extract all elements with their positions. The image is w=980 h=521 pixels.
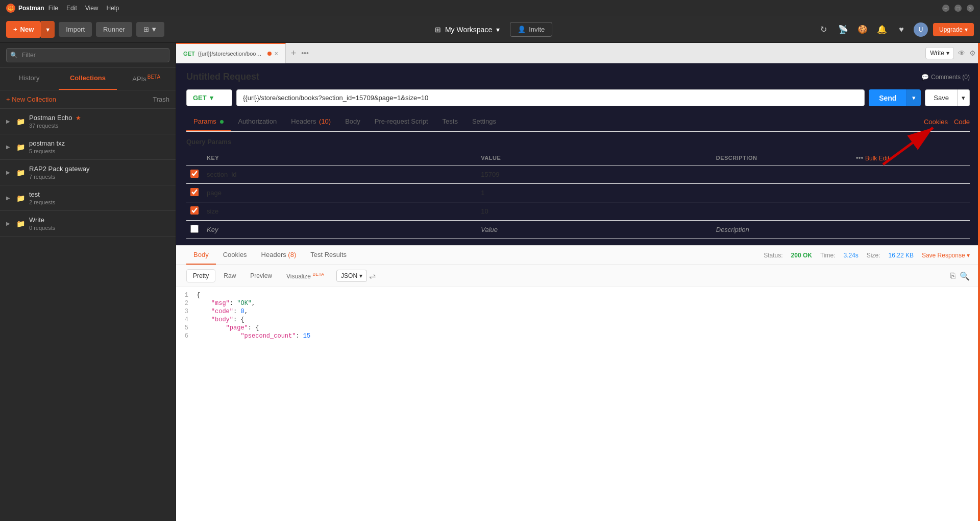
- wrap-button[interactable]: ⇌: [369, 271, 376, 281]
- bell-button[interactable]: 🔔: [875, 22, 889, 37]
- trash-button[interactable]: Trash: [153, 96, 169, 103]
- tab-pre-request[interactable]: Pre-request Script: [368, 112, 435, 131]
- minimize-button[interactable]: −: [942, 5, 949, 12]
- sidebar-actions: + New Collection Trash: [0, 90, 176, 109]
- list-item[interactable]: ▶ 📁 Write 0 requests: [0, 211, 176, 236]
- user-avatar[interactable]: U: [914, 22, 928, 37]
- res-tab-body[interactable]: Body: [186, 246, 216, 265]
- res-tab-cookies[interactable]: Cookies: [216, 246, 254, 265]
- heart-button[interactable]: ♥: [894, 22, 909, 37]
- menu-view[interactable]: View: [85, 5, 99, 12]
- time-value: 3.24s: [844, 252, 859, 259]
- json-format-selector[interactable]: JSON ▾: [336, 270, 367, 282]
- list-item[interactable]: ▶ 📁 Postman Echo ★ 37 requests: [0, 109, 176, 134]
- tab-method: GET: [183, 51, 195, 57]
- tab-close-button[interactable]: ×: [275, 50, 278, 57]
- raw-view-button[interactable]: Raw: [217, 270, 242, 282]
- invite-button[interactable]: 👤 Invite: [510, 22, 552, 37]
- workspace-icon: ⊞: [435, 26, 441, 34]
- search-wrapper: 🔍: [6, 48, 169, 62]
- tab-body[interactable]: Body: [338, 112, 368, 131]
- param-checkbox-1[interactable]: [190, 188, 199, 196]
- new-collection-button[interactable]: + New Collection: [6, 96, 56, 103]
- param-value-3[interactable]: Value: [477, 221, 712, 239]
- preview-view-button[interactable]: Preview: [244, 270, 278, 282]
- tab-apis[interactable]: APIsBETA: [117, 68, 176, 90]
- tab-settings[interactable]: Settings: [465, 112, 503, 131]
- new-dropdown-button[interactable]: ▼: [41, 21, 55, 38]
- workspace-label: My Workspace: [445, 26, 492, 34]
- runner-button[interactable]: Runner: [96, 22, 132, 37]
- close-button[interactable]: ×: [967, 5, 974, 12]
- param-checkbox-0[interactable]: [190, 170, 199, 178]
- tab-params[interactable]: Params: [186, 112, 231, 131]
- more-tabs-button[interactable]: •••: [301, 49, 309, 57]
- search-response-button[interactable]: 🔍: [960, 271, 970, 281]
- layout-button[interactable]: ⊞ ▼: [136, 22, 164, 37]
- upgrade-button[interactable]: Upgrade ▾: [933, 23, 974, 36]
- settings-icon[interactable]: ⚙: [969, 49, 976, 57]
- import-button[interactable]: Import: [59, 22, 92, 37]
- response-controls: Pretty Raw Preview Visualize BETA JSON ▾…: [176, 265, 980, 287]
- invite-icon: 👤: [518, 26, 526, 33]
- list-item[interactable]: ▶ 📁 RAP2 Pack gateway 7 requests: [0, 160, 176, 185]
- copy-response-button[interactable]: ⎘: [950, 271, 955, 281]
- eye-icon[interactable]: 👁: [958, 49, 965, 57]
- window-controls: − □ ×: [942, 5, 974, 12]
- save-dropdown-button[interactable]: ▾: [958, 89, 970, 106]
- collection-name: Postman Echo ★: [29, 114, 169, 122]
- menu-help[interactable]: Help: [107, 5, 119, 12]
- tab-headers[interactable]: Headers (10): [284, 112, 338, 131]
- tab-history[interactable]: History: [0, 68, 59, 90]
- workspace-selector[interactable]: ⊞ My Workspace ▾: [429, 22, 506, 37]
- tab-tests[interactable]: Tests: [435, 112, 465, 131]
- add-tab-button[interactable]: +: [286, 43, 302, 63]
- workspace-chevron-icon: ▾: [496, 26, 500, 34]
- param-key-0[interactable]: section_id: [203, 165, 477, 184]
- sync-button[interactable]: ↻: [817, 22, 831, 37]
- res-tab-headers[interactable]: Headers (8): [254, 246, 304, 265]
- menu-file[interactable]: File: [48, 5, 58, 12]
- maximize-button[interactable]: □: [954, 5, 962, 12]
- cookies-link[interactable]: Cookies: [924, 118, 948, 126]
- param-desc-1: [712, 184, 852, 202]
- method-selector[interactable]: GET ▾: [186, 89, 232, 106]
- params-table: KEY VALUE DESCRIPTION ••• Bulk Edit sect…: [186, 151, 970, 239]
- code-link[interactable]: Code: [954, 118, 970, 126]
- param-key-3[interactable]: Key: [203, 221, 477, 239]
- list-item[interactable]: ▶ 📁 test 2 requests: [0, 185, 176, 211]
- search-input[interactable]: [6, 48, 169, 62]
- visualize-view-button[interactable]: Visualize BETA: [280, 269, 330, 282]
- new-button[interactable]: + New: [6, 21, 41, 38]
- tab-authorization[interactable]: Authorization: [231, 112, 284, 131]
- cookie-button[interactable]: 🍪: [855, 22, 870, 37]
- save-button[interactable]: Save: [925, 89, 958, 106]
- param-value-1[interactable]: 1: [477, 184, 712, 202]
- json-viewer: 1 { 2 "msg": "OK", 3 "code": 0,: [176, 287, 980, 521]
- save-response-button[interactable]: Save Response ▾: [922, 252, 970, 259]
- param-checkbox-2[interactable]: [190, 206, 199, 215]
- save-response-chevron-icon: ▾: [967, 252, 970, 259]
- param-key-1[interactable]: page: [203, 184, 477, 202]
- param-key-2[interactable]: size: [203, 202, 477, 221]
- tab-collections[interactable]: Collections: [59, 68, 117, 90]
- param-value-2[interactable]: 10: [477, 202, 712, 221]
- more-params-button[interactable]: •••: [856, 154, 864, 162]
- write-selector[interactable]: Write ▾: [925, 47, 954, 59]
- bulk-edit-button[interactable]: Bulk Edit: [865, 155, 889, 162]
- url-input[interactable]: [236, 89, 865, 106]
- send-dropdown-button[interactable]: ▾: [906, 89, 921, 106]
- param-checkbox-3[interactable]: [190, 225, 199, 233]
- pretty-view-button[interactable]: Pretty: [186, 269, 215, 282]
- collection-info: RAP2 Pack gateway 7 requests: [29, 165, 169, 180]
- satellite-button[interactable]: 📡: [836, 22, 850, 37]
- param-value-0[interactable]: 15709: [477, 165, 712, 184]
- comments-link[interactable]: 💬 Comments (0): [921, 74, 970, 81]
- send-button[interactable]: Send: [869, 89, 906, 106]
- res-tab-test-results[interactable]: Test Results: [303, 246, 354, 265]
- menu-edit[interactable]: Edit: [66, 5, 77, 12]
- list-item[interactable]: ▶ 📁 postman txz 5 requests: [0, 134, 176, 160]
- params-dot: [220, 120, 224, 124]
- collection-name: Write: [29, 216, 169, 224]
- request-tab[interactable]: GET {{url}}/store/section/books?sect... …: [176, 43, 286, 63]
